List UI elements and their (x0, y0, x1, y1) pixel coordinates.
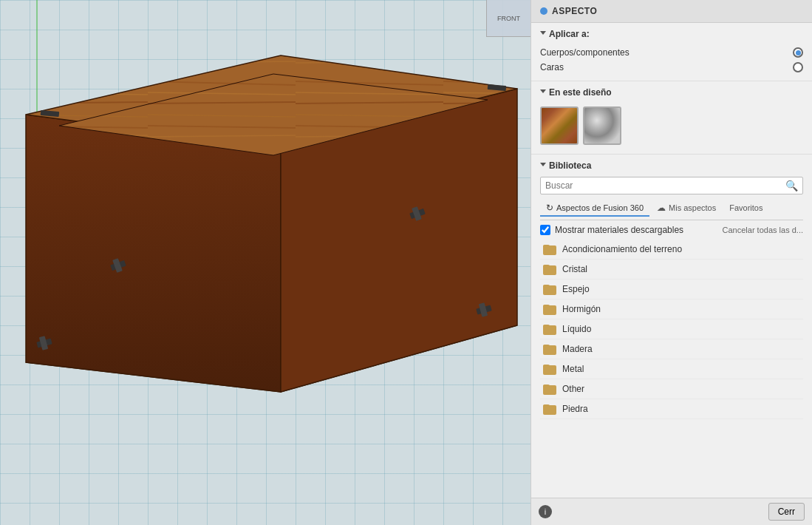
folder-icon (543, 283, 556, 295)
list-item[interactable]: Other (540, 379, 803, 399)
swatches-row (540, 104, 803, 148)
bottom-bar: i Cerr (531, 498, 812, 525)
library-collapse-icon (540, 163, 546, 169)
list-item[interactable]: Líquido (540, 319, 803, 339)
cancel-link[interactable]: Cancelar todas las d... (723, 226, 803, 234)
list-item-label: Cristal (562, 264, 587, 274)
view-label: FRONT (497, 15, 520, 22)
list-item[interactable]: Cristal (540, 260, 803, 280)
folder-icon (543, 343, 556, 355)
panel-title: ASPECTO (552, 6, 597, 16)
design-section-title: En este diseño (540, 87, 803, 98)
search-button[interactable]: 🔍 (785, 180, 798, 192)
list-item-label: Líquido (562, 324, 591, 334)
cloud-icon: ☁ (657, 203, 666, 213)
downloadable-checkbox[interactable] (540, 225, 550, 235)
tab-fusion360[interactable]: ↻ Aspectos de Fusion 360 (540, 200, 649, 217)
radio-cuerpos-row: Cuerpos/componentes (540, 45, 803, 60)
list-item-label: Madera (562, 344, 593, 354)
list-item-label: Metal (562, 364, 584, 374)
radio-caras-row: Caras (540, 60, 803, 75)
search-input[interactable] (545, 180, 785, 191)
list-item[interactable]: Acondicionamiento del terreno (540, 240, 803, 260)
swatch-metal[interactable] (583, 106, 621, 145)
folder-icon (543, 403, 556, 415)
tab-favoritos[interactable]: Favoritos (723, 201, 768, 216)
3d-viewport[interactable]: FRONT (0, 0, 530, 525)
library-tabs: ↻ Aspectos de Fusion 360 ☁ Mis aspectos … (540, 200, 803, 220)
list-item-label: Other (562, 384, 584, 394)
folder-icon (543, 243, 556, 255)
search-bar[interactable]: 🔍 (540, 177, 803, 194)
list-item-label: Hormigón (562, 304, 601, 314)
list-item[interactable]: Espejo (540, 280, 803, 299)
library-list[interactable]: Acondicionamiento del terrenoCristalEspe… (540, 240, 803, 492)
radio-cuerpos-label: Cuerpos/componentes (540, 47, 630, 58)
info-button[interactable]: i (539, 505, 552, 518)
radio-cuerpos[interactable] (793, 47, 803, 58)
library-section: Biblioteca 🔍 ↻ Aspectos de Fusion 360 ☁ … (531, 155, 812, 498)
close-button[interactable]: Cerr (768, 503, 805, 521)
list-item-label: Espejo (562, 284, 590, 294)
downloadable-label: Mostrar materiales descargables (555, 225, 683, 235)
list-item[interactable]: Hormigón (540, 299, 803, 319)
radio-caras[interactable] (793, 62, 803, 72)
view-cube[interactable]: FRONT (486, 0, 530, 37)
design-collapse-icon (540, 89, 546, 96)
apply-to-section: Aplicar a: Cuerpos/componentes Caras (531, 23, 812, 81)
header-dot (540, 7, 547, 15)
folder-icon (543, 383, 556, 395)
refresh-icon: ↻ (546, 203, 553, 213)
folder-icon (543, 303, 556, 315)
radio-caras-label: Caras (540, 62, 564, 72)
folder-icon (543, 363, 556, 375)
design-section: En este diseño (531, 81, 812, 155)
properties-panel: ASPECTO Aplicar a: Cuerpos/componentes C… (530, 0, 812, 525)
apply-to-title: Aplicar a: (540, 29, 803, 39)
list-item[interactable]: Madera (540, 339, 803, 359)
list-item-label: Acondicionamiento del terreno (562, 244, 682, 254)
folder-icon (543, 323, 556, 335)
folder-icon (543, 263, 556, 275)
tab-mis-aspectos[interactable]: ☁ Mis aspectos (651, 200, 722, 217)
panel-header: ASPECTO (531, 0, 812, 23)
library-title: Biblioteca (540, 160, 803, 171)
wood-model (0, 0, 530, 525)
list-item[interactable]: Piedra (540, 399, 803, 419)
downloadable-checkbox-row: Mostrar materiales descargables Cancelar… (540, 225, 803, 235)
collapse-icon (540, 31, 546, 38)
list-item[interactable]: Metal (540, 359, 803, 379)
svg-marker-11 (26, 115, 281, 392)
list-item-label: Piedra (562, 404, 588, 414)
swatch-wood[interactable] (540, 106, 579, 145)
